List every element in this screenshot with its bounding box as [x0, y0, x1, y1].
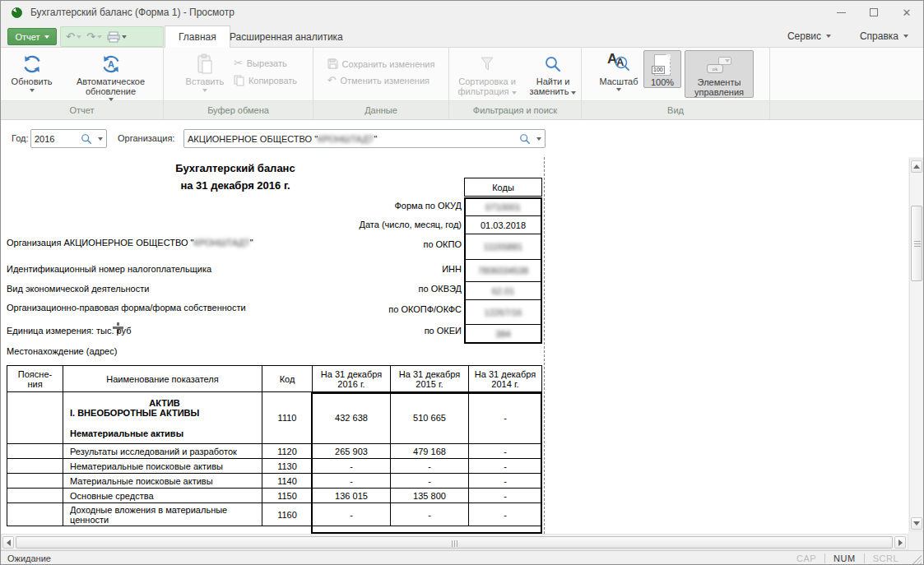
okud-value-cell[interactable]: 0710001 [466, 199, 541, 216]
undo-icon: ↶ [66, 31, 75, 42]
vertical-scroll-thumb[interactable] [911, 206, 922, 281]
page-boundary-dashed-line [544, 157, 545, 534]
print-button[interactable] [105, 30, 128, 44]
table-cell[interactable]: 136 015 [313, 489, 391, 503]
table-cell[interactable]: - [391, 503, 469, 526]
find-replace-button[interactable]: Найти и заменить [527, 50, 579, 96]
close-button[interactable]: ✕ [890, 1, 923, 24]
paste-button[interactable]: Вставить [179, 50, 230, 92]
horizontal-scrollbar[interactable] [1, 534, 908, 550]
okopf-value-cell[interactable]: 12267/16 [466, 300, 541, 325]
table-cell[interactable]: 1140 [262, 474, 313, 489]
chevron-down-icon[interactable] [536, 137, 541, 141]
table-cell[interactable]: 432 638 [313, 392, 391, 444]
table-cell[interactable] [7, 444, 63, 459]
table-cell[interactable]: - [391, 474, 469, 489]
tab-extended-analytics[interactable]: Расширенная аналитика [216, 25, 356, 48]
redo-button[interactable]: ↷ [85, 30, 104, 43]
table-cell[interactable]: - [469, 489, 542, 503]
table-cell[interactable]: Доходные вложения в материальные ценност… [63, 503, 262, 526]
auto-refresh-button[interactable]: A Автоматическое обновление [63, 50, 160, 101]
organization-field[interactable]: АКЦИОНЕРНОЕ ОБЩЕСТВО "КРОНШТАДТ" [183, 129, 546, 148]
vertical-scrollbar[interactable] [909, 159, 924, 531]
table-cell[interactable]: 479 168 [391, 444, 469, 459]
save-changes-button[interactable]: Сохранить изменения [327, 58, 435, 69]
table-cell[interactable]: 1130 [262, 459, 313, 474]
service-menu[interactable]: Сервис [787, 25, 831, 46]
parameter-bar: Год: 2016 Организация: АКЦИОНЕРНОЕ ОБЩЕС… [1, 120, 924, 157]
report-title: Бухгалтерский баланс [141, 162, 330, 174]
okopf-line: Организационно-правовая форма/форма собс… [7, 303, 246, 313]
table-cell[interactable]: Нематериальные поисковые активы [63, 459, 262, 474]
chevron-down-icon[interactable] [98, 137, 103, 141]
group-caption-view: Вид [582, 101, 769, 119]
scissors-icon: ✂ [234, 57, 243, 69]
table-cell[interactable] [7, 392, 63, 444]
col-header-indicator: Наименование показателя [63, 366, 262, 392]
sort-filter-button[interactable]: Сортировка и фильтрация [451, 50, 523, 96]
horizontal-scroll-thumb[interactable] [16, 536, 893, 549]
zoom-100-button[interactable]: 100 100% [643, 50, 681, 88]
table-cell[interactable] [7, 489, 63, 503]
table-cell[interactable]: - [469, 474, 542, 489]
zoom-button[interactable]: AA Масштаб [597, 50, 640, 91]
table-cell[interactable]: 1120 [262, 444, 313, 459]
table-cell[interactable] [7, 459, 63, 474]
okud-label: Форма по ОКУД [248, 201, 462, 211]
table-cell[interactable]: 265 903 [313, 444, 391, 459]
table-cell[interactable] [7, 503, 63, 526]
help-menu[interactable]: Справка [860, 25, 908, 46]
table-cell[interactable]: - [313, 474, 391, 489]
okved-value-cell[interactable]: 62.01 [466, 282, 541, 300]
codes-header-cell: Коды [464, 178, 542, 197]
table-cell[interactable]: - [469, 503, 542, 526]
table-cell[interactable]: 135 800 [391, 489, 469, 503]
scroll-right-button[interactable] [894, 536, 906, 549]
report-menu-button[interactable]: Отчет [7, 28, 57, 45]
table-cell[interactable]: 510 665 [391, 392, 469, 444]
table-cell[interactable]: 1150 [262, 489, 313, 503]
report-view: Бухгалтерский баланс на 31 декабря 2016 … [1, 157, 908, 534]
undo-changes-button[interactable]: ↶ Отменить изменения [327, 75, 435, 86]
ribbon-group-filter: Сортировка и фильтрация Найти и заменить… [449, 48, 582, 119]
maximize-button[interactable] [857, 1, 890, 24]
scroll-left-button[interactable] [2, 536, 14, 549]
organization-label: Организация: [118, 133, 174, 143]
search-icon[interactable] [81, 133, 92, 145]
table-cell[interactable]: 1160 [262, 503, 313, 526]
table-cell[interactable]: АКТИВ I. ВНЕОБОРОТНЫЕ АКТИВЫ Нематериаль… [63, 392, 262, 444]
table-cell[interactable]: - [469, 392, 542, 444]
table-cell[interactable]: - [469, 459, 542, 474]
scroll-down-button[interactable] [911, 517, 922, 530]
date-value-cell[interactable]: 01.03.2018 [466, 216, 541, 234]
year-field[interactable]: 2016 [30, 129, 107, 148]
table-cell[interactable]: - [391, 459, 469, 474]
table-cell[interactable] [7, 474, 63, 489]
minimize-button[interactable] [824, 1, 857, 24]
okei-value-cell[interactable]: 384 [466, 325, 541, 342]
copy-button[interactable]: Копировать [234, 75, 297, 86]
table-cell[interactable]: Основные средства [63, 489, 262, 503]
table-cell[interactable]: Материальные поисковые активы [63, 474, 262, 489]
inn-value-cell[interactable]: 7806034538 [466, 260, 541, 282]
table-cell[interactable]: - [313, 459, 391, 474]
cut-button[interactable]: ✂Вырезать [234, 57, 297, 69]
controls-toggle-button[interactable]: ok Элементы управления [685, 50, 754, 98]
search-icon[interactable] [519, 133, 531, 145]
resize-grip[interactable] [912, 555, 922, 564]
table-cell[interactable]: - [313, 503, 391, 526]
undo-arrow-icon: ↶ [327, 75, 337, 86]
year-label: Год: [12, 133, 29, 143]
undo-button[interactable]: ↶ [64, 30, 83, 43]
okved-label: по ОКВЭД [248, 284, 462, 294]
table-cell[interactable]: Результаты исследований и разработок [63, 444, 262, 459]
refresh-label: Обновить [12, 76, 53, 86]
okpo-value-cell[interactable]: 11155881 [466, 234, 541, 260]
num-lock-indicator: NUM [833, 553, 856, 563]
scroll-up-button[interactable] [911, 160, 922, 173]
redo-icon: ↷ [86, 31, 95, 42]
chevron-down-icon [202, 89, 207, 92]
table-cell[interactable]: 1110 [262, 392, 313, 444]
refresh-button[interactable]: Обновить [5, 50, 59, 92]
table-cell[interactable]: - [469, 444, 542, 459]
